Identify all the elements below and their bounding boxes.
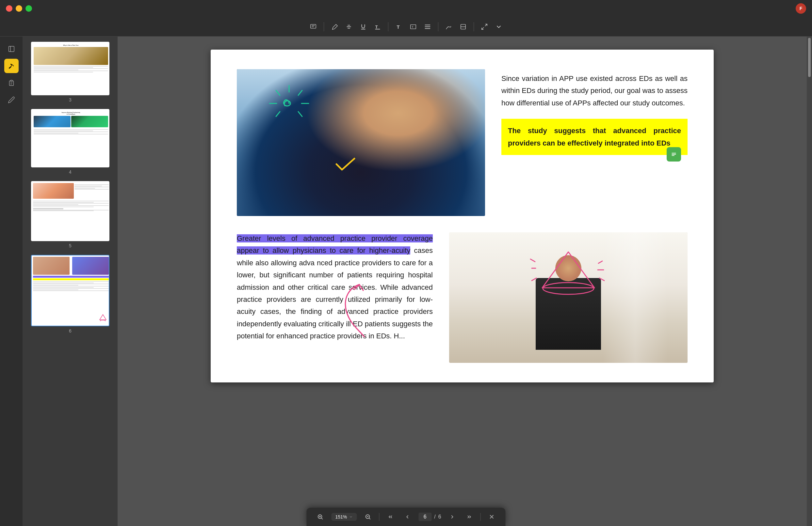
pink-arrow-text xyxy=(315,259,317,267)
close-bottom-button[interactable]: ✕ xyxy=(486,511,498,523)
close-button[interactable] xyxy=(6,5,12,12)
svg-line-37 xyxy=(531,259,535,262)
thumb-frame-4[interactable]: Improve Working Productivityin Using App… xyxy=(31,109,110,167)
svg-line-36 xyxy=(532,278,536,281)
text-column: Greater levels of advanced practice prov… xyxy=(237,232,433,342)
pink-drawing xyxy=(516,242,621,309)
right-image xyxy=(449,232,687,363)
text-button[interactable]: T xyxy=(392,21,405,33)
next-page-button[interactable] xyxy=(447,511,458,523)
thumb-label-5: 5 xyxy=(69,243,72,248)
svg-point-20 xyxy=(100,320,105,321)
thumb-title-4: Improve Working Productivityin Using App… xyxy=(34,111,108,115)
bottom-bar: 151% 6 / 6 xyxy=(306,508,505,526)
total-pages: 6 xyxy=(438,514,441,520)
icon-sidebar xyxy=(0,36,23,526)
content-area[interactable]: Since variation in APP use existed acros… xyxy=(118,36,807,526)
svg-text:T: T xyxy=(397,24,400,29)
thumbnail-page-3[interactable]: Why to Take a Plant Tour 3 xyxy=(23,42,118,103)
svg-point-31 xyxy=(543,283,594,294)
expand-button[interactable] xyxy=(478,21,491,33)
checkmark-drawing xyxy=(335,156,358,174)
underline-button[interactable] xyxy=(357,21,370,33)
thumbnail-page-6[interactable]: 6 xyxy=(23,255,118,333)
svg-line-24 xyxy=(298,111,302,117)
thumbnail-page-4[interactable]: Improve Working Productivityin Using App… xyxy=(23,109,118,175)
body-text: Greater levels of advanced practice prov… xyxy=(237,232,433,342)
separator-3 xyxy=(438,22,438,31)
traffic-lights xyxy=(6,5,32,12)
highlighted-text: The study suggests that advanced practic… xyxy=(508,126,681,147)
highlighted-block: The study suggests that advanced practic… xyxy=(502,119,687,155)
svg-rect-15 xyxy=(9,46,14,52)
thumb-title-3: Why to Take a Plant Tour xyxy=(34,44,108,46)
main-image xyxy=(237,69,485,216)
thumb-image-5a xyxy=(33,183,74,199)
first-page-button[interactable] xyxy=(385,511,396,523)
zoom-out-button[interactable] xyxy=(362,511,374,523)
bar-sep-2 xyxy=(480,513,481,521)
thumbnail-sidebar[interactable]: Why to Take a Plant Tour 3 xyxy=(23,36,118,526)
sun-drawing xyxy=(263,82,315,126)
thumb-label-3: 3 xyxy=(69,97,72,103)
main-layout: Why to Take a Plant Tour 3 xyxy=(0,36,812,526)
avatar[interactable]: F xyxy=(796,3,806,14)
highlight-mode-button[interactable] xyxy=(4,59,19,73)
pen-draw-button[interactable] xyxy=(442,21,455,33)
svg-rect-17 xyxy=(11,80,12,81)
thumb-text-3 xyxy=(34,66,108,72)
document-page: Since variation in APP use existed acros… xyxy=(211,49,714,382)
strikethrough-button[interactable] xyxy=(342,21,356,33)
thumb-frame-5[interactable] xyxy=(31,181,110,241)
zoom-display: 151% xyxy=(331,513,357,521)
thumb-demographic-5 xyxy=(33,209,109,211)
svg-line-27 xyxy=(276,90,280,95)
svg-line-22 xyxy=(298,90,302,95)
scrollbar-thumb[interactable] xyxy=(808,38,811,77)
zoom-value: 151% xyxy=(335,514,347,520)
comment-tool-button[interactable] xyxy=(307,21,320,33)
page-input[interactable]: 6 xyxy=(418,513,432,521)
thumbnail-page-5[interactable]: 5 xyxy=(23,181,118,248)
right-image-bg xyxy=(449,232,687,363)
thumb-label-4: 4 xyxy=(69,169,72,175)
svg-rect-0 xyxy=(310,24,316,28)
minimize-button[interactable] xyxy=(16,5,22,12)
annotations-button[interactable] xyxy=(4,93,19,107)
thumb-frame-6[interactable] xyxy=(31,255,110,326)
thumb-pink-drawing-6 xyxy=(98,314,107,322)
separator-2 xyxy=(388,22,388,31)
thumb-text-4 xyxy=(34,129,108,134)
text-box-button[interactable]: T xyxy=(407,21,420,33)
main-image-bg xyxy=(237,69,485,216)
maximize-button[interactable] xyxy=(26,5,32,12)
more-tools-button[interactable] xyxy=(492,21,505,33)
text-underline-button[interactable]: T xyxy=(371,21,384,33)
svg-line-35 xyxy=(598,261,602,263)
last-page-button[interactable] xyxy=(463,511,475,523)
separator-1 xyxy=(324,22,324,31)
thumb-label-6: 6 xyxy=(69,328,72,333)
highlight-pen-button[interactable] xyxy=(328,21,341,33)
shape-button[interactable] xyxy=(456,21,470,33)
svg-line-41 xyxy=(321,518,323,520)
page-separator: / xyxy=(434,514,435,520)
thumb-text-5a xyxy=(74,183,109,190)
thumb-top-images-6 xyxy=(33,257,109,275)
svg-text:T: T xyxy=(375,24,378,29)
svg-line-25 xyxy=(276,111,280,117)
titlebar: F xyxy=(0,0,812,17)
zoom-in-button[interactable] xyxy=(314,511,326,523)
bottom-section: Greater levels of advanced practice prov… xyxy=(237,232,687,363)
list-button[interactable] xyxy=(421,21,434,33)
svg-text:T: T xyxy=(411,26,413,28)
scrollbar[interactable] xyxy=(807,36,812,526)
comment-bubble[interactable] xyxy=(667,147,681,162)
prev-page-button[interactable] xyxy=(402,511,413,523)
thumb-frame-3[interactable]: Why to Take a Plant Tour xyxy=(31,42,110,95)
separator-4 xyxy=(474,22,474,31)
svg-line-34 xyxy=(599,278,604,281)
panel-toggle-button[interactable] xyxy=(4,42,19,56)
svg-line-44 xyxy=(369,518,371,520)
pages-button[interactable] xyxy=(4,76,19,90)
